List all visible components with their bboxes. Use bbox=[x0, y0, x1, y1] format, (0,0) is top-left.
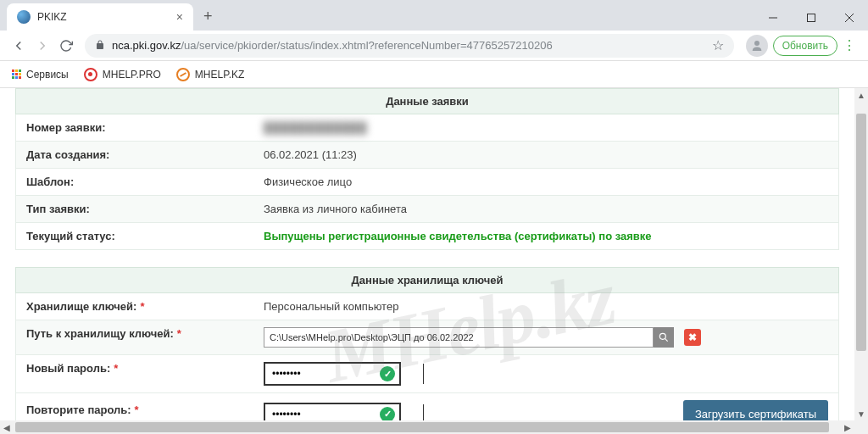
horizontal-scroll-thumb[interactable] bbox=[15, 422, 829, 432]
table-row: Шаблон: Физическое лицо bbox=[15, 169, 839, 196]
keystore-path-input[interactable] bbox=[264, 327, 654, 348]
maximize-button[interactable] bbox=[792, 5, 830, 31]
value-keystore-path: ✖ bbox=[253, 320, 838, 354]
label-keystore-path: Путь к хранилищу ключей:* bbox=[16, 320, 253, 354]
scroll-corner bbox=[854, 420, 868, 434]
scroll-up-arrow-icon[interactable]: ▲ bbox=[854, 88, 868, 102]
value-status: Выпущены регистрационные свидетельства (… bbox=[253, 223, 838, 249]
horizontal-scrollbar[interactable]: ◀ ▶ bbox=[0, 420, 854, 434]
value-created: 06.02.2021 (11:23) bbox=[253, 142, 838, 168]
url-text: nca.pki.gov.kz/ua/service/pkiorder/statu… bbox=[112, 39, 553, 52]
svg-point-5 bbox=[659, 333, 665, 339]
apps-bookmark[interactable]: Сервисы bbox=[12, 69, 69, 81]
window-titlebar: PKIKZ × + bbox=[0, 0, 868, 31]
table-row: Дата создания: 06.02.2021 (11:23) bbox=[15, 142, 839, 169]
favicon-icon bbox=[17, 10, 31, 24]
table-row: Хранилище ключей:* Персональный компьюте… bbox=[15, 293, 839, 320]
bookmark-bar: Сервисы MHELP.PRO MHELP.KZ bbox=[0, 61, 868, 88]
label-status: Текущий статус: bbox=[16, 223, 253, 249]
update-button[interactable]: Обновить bbox=[773, 36, 837, 56]
address-bar[interactable]: nca.pki.gov.kz/ua/service/pkiorder/statu… bbox=[85, 34, 734, 58]
label-new-password: Новый пароль:* bbox=[16, 355, 253, 392]
label-request-number: Номер заявки: bbox=[16, 114, 253, 141]
browser-tab[interactable]: PKIKZ × bbox=[7, 3, 193, 31]
value-keystore: Персональный компьютер bbox=[253, 293, 838, 320]
value-request-type: Заявка из личного кабинета bbox=[253, 196, 838, 222]
close-window-button[interactable] bbox=[830, 5, 868, 31]
apps-grid-icon bbox=[12, 70, 21, 79]
mhelp-pro-icon bbox=[84, 68, 97, 81]
bookmark-star-icon[interactable]: ☆ bbox=[712, 37, 724, 53]
delete-path-button[interactable]: ✖ bbox=[684, 329, 701, 346]
table-row: Повторите пароль:* Загрузить сертификаты bbox=[15, 393, 839, 420]
keystore-data-table: Хранилище ключей:* Персональный компьюте… bbox=[15, 293, 839, 420]
table-row: Текущий статус: Выпущены регистрационные… bbox=[15, 223, 839, 250]
bookmark-label: MHELP.KZ bbox=[195, 69, 244, 81]
mhelp-kz-icon bbox=[176, 68, 190, 81]
scroll-down-arrow-icon[interactable]: ▼ bbox=[854, 407, 868, 420]
svg-point-4 bbox=[754, 41, 760, 46]
repeat-password-input[interactable] bbox=[265, 409, 376, 420]
label-keystore: Хранилище ключей:* bbox=[16, 293, 253, 320]
table-row: Новый пароль:* bbox=[15, 355, 839, 393]
close-tab-icon[interactable]: × bbox=[176, 10, 183, 24]
apps-label: Сервисы bbox=[26, 69, 69, 81]
value-repeat-password bbox=[253, 393, 673, 420]
scroll-right-arrow-icon[interactable]: ▶ bbox=[841, 420, 854, 434]
reload-button[interactable] bbox=[54, 34, 78, 58]
value-request-number: ████████████ bbox=[253, 114, 838, 141]
load-certificates-button[interactable]: Загрузить сертификаты bbox=[683, 400, 828, 420]
svg-rect-1 bbox=[807, 14, 815, 22]
svg-line-6 bbox=[665, 338, 667, 341]
value-new-password bbox=[253, 355, 838, 392]
page-content: Данные заявки Номер заявки: ████████████… bbox=[0, 88, 854, 420]
table-row: Тип заявки: Заявка из личного кабинета bbox=[15, 196, 839, 223]
tab-title: PKIKZ bbox=[37, 11, 176, 23]
back-button[interactable] bbox=[7, 34, 31, 58]
scroll-left-arrow-icon[interactable]: ◀ bbox=[0, 420, 14, 434]
minimize-button[interactable] bbox=[754, 5, 792, 31]
new-password-input[interactable] bbox=[265, 368, 376, 380]
url-bar: nca.pki.gov.kz/ua/service/pkiorder/statu… bbox=[0, 31, 868, 61]
request-data-table: Номер заявки: ████████████ Дата создания… bbox=[15, 114, 839, 250]
forward-button[interactable] bbox=[31, 34, 54, 58]
bookmark-mhelp-kz[interactable]: MHELP.KZ bbox=[176, 68, 244, 81]
table-row: Путь к хранилищу ключей:* ✖ bbox=[15, 320, 839, 355]
new-tab-button[interactable]: + bbox=[203, 8, 213, 25]
label-created: Дата создания: bbox=[16, 142, 253, 168]
value-template: Физическое лицо bbox=[253, 169, 838, 195]
lock-icon bbox=[95, 38, 105, 53]
bookmark-label: MHELP.PRO bbox=[103, 69, 161, 81]
check-ok-icon bbox=[380, 366, 395, 381]
browse-button[interactable] bbox=[654, 327, 674, 348]
section-header-request: Данные заявки bbox=[15, 88, 839, 114]
label-repeat-password: Повторите пароль:* bbox=[16, 393, 253, 420]
bookmark-mhelp-pro[interactable]: MHELP.PRO bbox=[84, 68, 161, 81]
table-row: Номер заявки: ████████████ bbox=[15, 114, 839, 142]
vertical-scrollbar[interactable]: ▲ ▼ bbox=[854, 88, 868, 420]
menu-dots-icon[interactable]: ⋮ bbox=[843, 37, 856, 53]
check-ok-icon bbox=[380, 407, 395, 421]
label-request-type: Тип заявки: bbox=[16, 196, 253, 222]
section-header-keystore: Данные хранилища ключей bbox=[15, 267, 839, 293]
vertical-scroll-thumb[interactable] bbox=[856, 114, 866, 351]
label-template: Шаблон: bbox=[16, 169, 253, 195]
profile-avatar[interactable] bbox=[746, 35, 768, 57]
